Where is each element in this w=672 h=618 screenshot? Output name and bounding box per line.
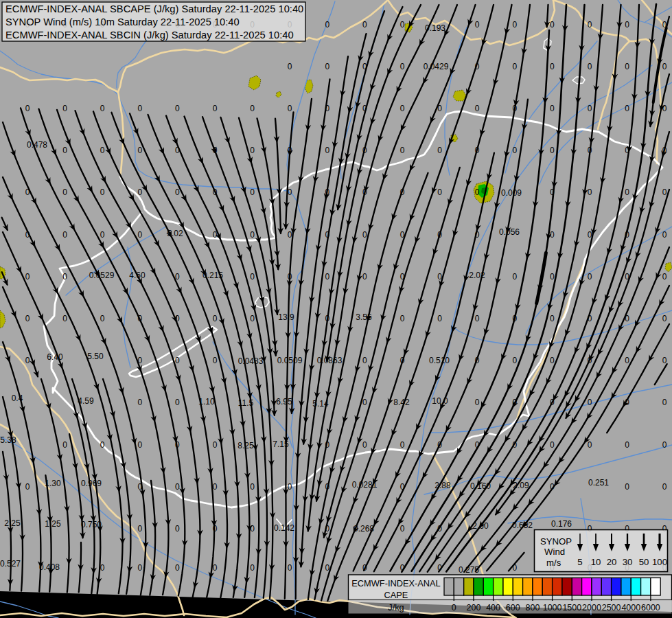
svg-text:2000: 2000: [582, 603, 601, 613]
svg-text:0: 0: [62, 440, 67, 450]
svg-text:0: 0: [100, 104, 105, 113]
svg-text:0: 0: [362, 440, 367, 450]
svg-text:0: 0: [362, 398, 367, 407]
svg-text:0: 0: [62, 104, 67, 113]
svg-text:0: 0: [250, 563, 255, 573]
svg-text:CAPE: CAPE: [384, 590, 408, 600]
svg-text:0: 0: [550, 20, 555, 30]
svg-text:ECMWF-INDEX-ANAL SBCAPE (J/kg): ECMWF-INDEX-ANAL SBCAPE (J/kg) Saturday …: [5, 3, 303, 14]
svg-text:0.176: 0.176: [551, 519, 572, 529]
svg-text:2500: 2500: [602, 603, 621, 613]
svg-text:0: 0: [662, 398, 667, 407]
svg-text:0: 0: [400, 440, 405, 450]
svg-text:0: 0: [213, 104, 218, 113]
svg-text:0: 0: [250, 314, 255, 323]
svg-text:0: 0: [100, 440, 105, 450]
svg-text:0: 0: [175, 524, 180, 534]
svg-text:0.0429: 0.0429: [424, 62, 449, 71]
svg-text:0: 0: [475, 20, 480, 30]
svg-text:100: 100: [652, 557, 667, 567]
svg-text:0: 0: [512, 356, 517, 365]
svg-text:0: 0: [452, 603, 456, 613]
svg-text:0: 0: [250, 146, 255, 155]
svg-text:0: 0: [213, 563, 218, 573]
svg-text:2.25: 2.25: [4, 518, 21, 528]
svg-text:0: 0: [437, 314, 442, 323]
svg-text:0: 0: [62, 146, 67, 155]
svg-text:0: 0: [362, 356, 367, 365]
svg-text:0: 0: [175, 356, 180, 365]
svg-text:0: 0: [25, 482, 30, 492]
svg-text:0: 0: [175, 482, 180, 492]
svg-text:0: 0: [250, 482, 255, 492]
svg-text:30: 30: [623, 557, 633, 567]
svg-text:0: 0: [250, 230, 255, 240]
svg-text:0: 0: [100, 146, 105, 155]
svg-text:0: 0: [550, 356, 555, 365]
svg-text:1000: 1000: [543, 603, 562, 613]
svg-text:0: 0: [512, 62, 517, 71]
svg-text:0: 0: [62, 187, 67, 197]
svg-text:0: 0: [400, 104, 405, 113]
svg-text:0: 0: [588, 440, 592, 450]
svg-text:0.142: 0.142: [274, 523, 294, 533]
svg-text:0: 0: [175, 563, 180, 573]
svg-text:0.0483: 0.0483: [238, 356, 264, 366]
svg-text:0: 0: [625, 356, 629, 365]
svg-text:0.510: 0.510: [429, 356, 450, 365]
svg-text:1.25: 1.25: [45, 519, 61, 529]
svg-text:0: 0: [288, 104, 292, 113]
svg-text:0: 0: [250, 187, 255, 197]
svg-text:0: 0: [100, 230, 105, 240]
svg-text:0: 0: [25, 314, 30, 323]
svg-text:0: 0: [362, 272, 367, 282]
svg-text:0: 0: [400, 314, 405, 323]
svg-text:0: 0: [62, 314, 67, 323]
svg-text:0: 0: [250, 104, 255, 113]
svg-text:0: 0: [137, 524, 142, 534]
svg-text:0: 0: [662, 440, 667, 450]
svg-text:0: 0: [512, 20, 517, 30]
svg-text:0: 0: [137, 104, 142, 113]
svg-text:5: 5: [577, 557, 582, 567]
svg-text:0: 0: [400, 146, 405, 155]
svg-text:0: 0: [137, 146, 142, 155]
svg-text:0: 0: [250, 272, 255, 282]
svg-text:0: 0: [550, 62, 555, 71]
svg-text:0.251: 0.251: [588, 478, 609, 488]
svg-text:0: 0: [100, 563, 105, 573]
svg-text:0: 0: [588, 398, 592, 407]
svg-text:6.95: 6.95: [276, 397, 292, 407]
svg-text:1500: 1500: [562, 603, 581, 613]
svg-text:0: 0: [550, 314, 555, 323]
svg-text:0: 0: [325, 20, 329, 30]
svg-text:0: 0: [325, 62, 329, 71]
svg-text:0: 0: [137, 440, 142, 450]
svg-text:20: 20: [607, 557, 617, 567]
svg-text:0: 0: [137, 398, 142, 407]
svg-text:800: 800: [526, 603, 540, 613]
svg-text:ECMWF-INDEX-ANAL SBCIN (J/kg): ECMWF-INDEX-ANAL SBCIN (J/kg) Saturday 2…: [5, 30, 294, 41]
svg-text:0: 0: [588, 104, 592, 113]
svg-text:0: 0: [100, 314, 105, 323]
svg-text:ECMWF-INDEX-ANAL: ECMWF-INDEX-ANAL: [351, 578, 440, 588]
svg-text:0: 0: [213, 482, 218, 492]
svg-text:0: 0: [550, 440, 555, 450]
svg-text:0.0509: 0.0509: [277, 356, 303, 365]
svg-text:0: 0: [25, 104, 30, 113]
svg-text:0: 0: [662, 62, 667, 71]
svg-text:0: 0: [662, 272, 667, 282]
svg-text:0: 0: [325, 146, 329, 155]
svg-text:0: 0: [512, 272, 517, 282]
svg-text:600: 600: [506, 603, 520, 613]
svg-text:0: 0: [175, 398, 180, 407]
svg-text:0: 0: [25, 272, 30, 282]
svg-text:0: 0: [100, 187, 105, 197]
svg-text:0: 0: [550, 272, 555, 282]
svg-text:8.42: 8.42: [393, 398, 410, 407]
svg-text:0: 0: [213, 440, 218, 450]
svg-text:0: 0: [588, 62, 592, 71]
svg-text:0: 0: [175, 104, 180, 113]
svg-text:0: 0: [662, 104, 667, 113]
svg-text:SYNOP Wind (m/s) 10m Saturday: SYNOP Wind (m/s) 10m Saturday 22-11-2025…: [5, 16, 240, 27]
